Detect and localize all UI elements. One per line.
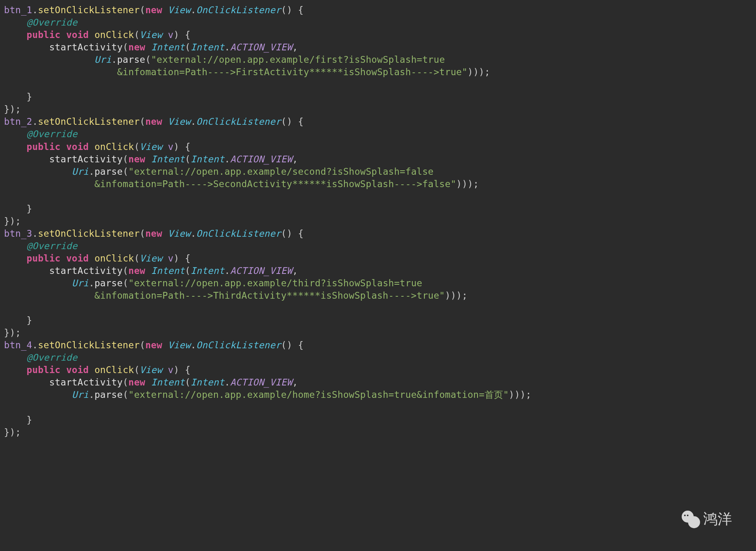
- code-line: @Override: [4, 129, 78, 139]
- code-line: Uri.parse("external://open.app.example/s…: [4, 166, 434, 177]
- code-line: public void onClick(View v) {: [4, 253, 191, 264]
- watermark: 鸿洋: [682, 509, 732, 529]
- code-line: &infomation=Path---->FirstActivity******…: [4, 67, 490, 77]
- code-line: startActivity(new Intent(Intent.ACTION_V…: [4, 154, 298, 164]
- code-line: }: [4, 92, 32, 102]
- code-line: [4, 402, 10, 413]
- watermark-label: 鸿洋: [703, 509, 732, 529]
- code-line: startActivity(new Intent(Intent.ACTION_V…: [4, 377, 298, 387]
- code-line: });: [4, 104, 21, 114]
- code-line: });: [4, 216, 21, 226]
- code-line: public void onClick(View v) {: [4, 365, 191, 375]
- code-line: });: [4, 427, 21, 437]
- code-line: Uri.parse("external://open.app.example/f…: [4, 54, 445, 65]
- code-line: @Override: [4, 17, 78, 28]
- code-line: }: [4, 315, 32, 325]
- code-line: public void onClick(View v) {: [4, 30, 191, 40]
- code-line: }: [4, 204, 32, 214]
- code-line: &infomation=Path---->ThirdActivity******…: [4, 290, 468, 301]
- code-line: [4, 303, 10, 313]
- code-line: public void onClick(View v) {: [4, 142, 191, 152]
- code-line: @Override: [4, 352, 78, 363]
- code-line: startActivity(new Intent(Intent.ACTION_V…: [4, 42, 298, 52]
- code-editor-content[interactable]: btn_1.setOnClickListener(new View.OnClic…: [0, 0, 756, 439]
- code-line: btn_3.setOnClickListener(new View.OnClic…: [4, 228, 304, 239]
- code-line: [4, 79, 10, 90]
- code-line: Uri.parse("external://open.app.example/h…: [4, 389, 531, 400]
- code-line: Uri.parse("external://open.app.example/t…: [4, 278, 422, 288]
- code-line: btn_4.setOnClickListener(new View.OnClic…: [4, 340, 304, 350]
- code-line: @Override: [4, 241, 78, 251]
- code-line: startActivity(new Intent(Intent.ACTION_V…: [4, 266, 298, 276]
- code-line: btn_1.setOnClickListener(new View.OnClic…: [4, 5, 304, 15]
- code-line: }: [4, 415, 32, 425]
- code-line: });: [4, 327, 21, 338]
- code-line: btn_2.setOnClickListener(new View.OnClic…: [4, 116, 304, 127]
- code-line: &infomation=Path---->SecondActivity*****…: [4, 179, 479, 189]
- code-line: [4, 191, 10, 202]
- wechat-icon: [682, 511, 699, 528]
